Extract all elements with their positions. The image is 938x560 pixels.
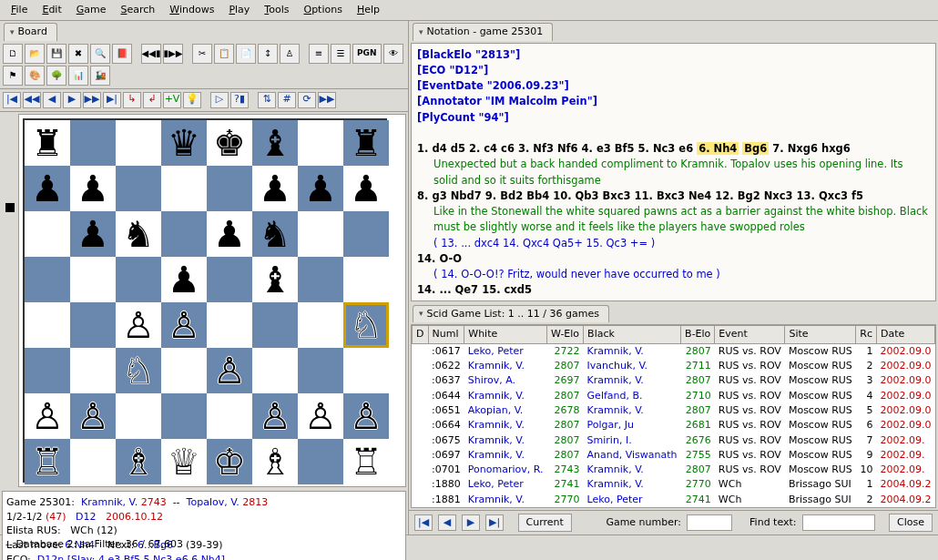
nav-end-icon[interactable]: ▶| — [103, 92, 121, 108]
square-c8[interactable] — [116, 120, 161, 166]
square-b1[interactable] — [70, 439, 116, 484]
table-row[interactable]: :0644Kramnik, V.2807Gelfand, B.2710RUS v… — [413, 389, 935, 403]
menu-edit[interactable]: Edit — [35, 2, 68, 18]
square-g7[interactable]: ♟ — [298, 166, 343, 211]
square-c7[interactable] — [116, 166, 161, 211]
help-icon[interactable]: ⚑ — [3, 66, 23, 86]
square-d1[interactable]: ♕ — [161, 439, 207, 484]
square-f8[interactable]: ♝ — [252, 120, 298, 166]
engine-icon[interactable]: 🚂 — [90, 66, 110, 86]
nav-varout-icon[interactable]: ↲ — [143, 92, 161, 108]
col-event[interactable]: Event — [715, 326, 785, 343]
square-b8[interactable] — [70, 120, 116, 166]
tab-gamelist[interactable]: Scid Game List: 1 .. 11 / 36 games — [413, 305, 609, 322]
table-row[interactable]: :0664Kramnik, V.2807Polgar, Ju2681RUS vs… — [413, 418, 935, 433]
col-b-elo[interactable]: B-Elo — [681, 326, 715, 343]
square-h1[interactable]: ♖ — [343, 439, 389, 484]
col-date[interactable]: Date — [877, 326, 935, 343]
nav-varin-icon[interactable]: ↳ — [123, 92, 141, 108]
book-icon[interactable]: 📕 — [112, 44, 132, 64]
hint-icon[interactable]: 💡 — [183, 92, 201, 108]
square-c4[interactable]: ♙ — [116, 302, 161, 348]
square-g1[interactable] — [298, 439, 343, 484]
square-h5[interactable] — [343, 257, 389, 302]
swap-icon[interactable]: ↕ — [258, 44, 278, 64]
autoplay-icon[interactable]: ▶▶ — [318, 92, 336, 108]
coords-icon[interactable]: # — [278, 92, 296, 108]
square-h7[interactable]: ♟ — [343, 166, 389, 211]
board-setup-icon[interactable]: ♙ — [280, 44, 300, 64]
square-e8[interactable]: ♚ — [207, 120, 252, 166]
square-h3[interactable] — [343, 348, 389, 393]
nav-ffwd-icon[interactable]: ▶▶ — [83, 92, 101, 108]
square-d4[interactable]: ♙ — [161, 302, 207, 348]
square-d7[interactable] — [161, 166, 207, 211]
square-h2[interactable]: ♙ — [343, 393, 389, 439]
square-c5[interactable] — [116, 257, 161, 302]
paste-icon[interactable]: 📄 — [236, 44, 256, 64]
square-a7[interactable]: ♟ — [25, 166, 70, 211]
menu-game[interactable]: Game — [69, 2, 114, 18]
tree-icon[interactable]: 🌳 — [46, 66, 66, 86]
tab-notation[interactable]: Notation - game 25301 — [413, 23, 553, 40]
col-numl[interactable]: Numl — [428, 326, 464, 343]
square-c2[interactable] — [116, 393, 161, 439]
gl-start-icon[interactable]: |◀ — [414, 514, 433, 531]
color-icon[interactable]: 🎨 — [25, 66, 45, 86]
square-a3[interactable] — [25, 348, 70, 393]
square-f1[interactable]: ♗ — [252, 439, 298, 484]
menu-windows[interactable]: Windows — [162, 2, 221, 18]
square-d8[interactable]: ♛ — [161, 120, 207, 166]
nav-rewind-icon[interactable]: ◀◀ — [23, 92, 41, 108]
square-f5[interactable]: ♝ — [252, 257, 298, 302]
menu-search[interactable]: Search — [114, 2, 163, 18]
square-d3[interactable] — [161, 348, 207, 393]
col-w-elo[interactable]: W-Elo — [546, 326, 583, 343]
eye-icon[interactable]: 👁 — [383, 44, 403, 64]
game-list[interactable]: DNumlWhiteW-EloBlackB-EloEventSiteRcDate… — [411, 324, 936, 508]
square-b6[interactable]: ♟ — [70, 211, 116, 257]
square-a1[interactable]: ♖ — [25, 439, 70, 484]
square-a4[interactable] — [25, 302, 70, 348]
vcr-start-icon[interactable]: ◀◀▮ — [141, 44, 161, 64]
square-g6[interactable] — [298, 211, 343, 257]
square-b2[interactable]: ♙ — [70, 393, 116, 439]
trial-icon[interactable]: ?▮ — [230, 92, 249, 108]
cut-icon[interactable]: ✂ — [192, 44, 212, 64]
table-row[interactable]: :0697Kramnik, V.2807Anand, Viswanath2755… — [413, 448, 935, 463]
gl-fwd-icon[interactable]: ▶ — [462, 514, 480, 531]
finder-icon[interactable]: 🔍 — [90, 44, 110, 64]
tab-board[interactable]: Board — [4, 23, 57, 40]
square-b5[interactable] — [70, 257, 116, 302]
col-d[interactable]: D — [413, 326, 428, 343]
notation-panel[interactable]: [BlackElo "2813"][ECO "D12"][EventDate "… — [411, 43, 936, 302]
list-icon[interactable]: ☰ — [331, 44, 351, 64]
table-row[interactable]: :1880Leko, Peter2741Kramnik, V.2770WChBr… — [413, 477, 935, 492]
square-f6[interactable]: ♞ — [252, 211, 298, 257]
stats-icon[interactable]: 📊 — [68, 66, 88, 86]
square-d2[interactable] — [161, 393, 207, 439]
square-g4[interactable] — [298, 302, 343, 348]
square-b3[interactable] — [70, 348, 116, 393]
square-b7[interactable]: ♟ — [70, 166, 116, 211]
square-a8[interactable]: ♜ — [25, 120, 70, 166]
col-black[interactable]: Black — [584, 326, 681, 343]
square-e3[interactable]: ♙ — [207, 348, 252, 393]
table-row[interactable]: :0622Kramnik, V.2807Ivanchuk, V.2711RUS … — [413, 359, 935, 373]
square-c3[interactable]: ♘ — [116, 348, 161, 393]
chessboard[interactable]: ♜♛♚♝♜♟♟♟♟♟♟♞♟♞♟♝♙♙♘♘♙♙♙♙♙♙♖♗♕♔♗♖ — [23, 118, 387, 483]
col-site[interactable]: Site — [785, 326, 856, 343]
nav-fwd-icon[interactable]: ▶ — [63, 92, 81, 108]
square-b4[interactable] — [70, 302, 116, 348]
square-g2[interactable]: ♙ — [298, 393, 343, 439]
square-h6[interactable] — [343, 211, 389, 257]
close-icon[interactable]: ✖ — [68, 44, 88, 64]
square-h8[interactable]: ♜ — [343, 120, 389, 166]
gamenum-input[interactable] — [687, 514, 732, 531]
copy-icon[interactable]: 📋 — [214, 44, 234, 64]
square-c6[interactable]: ♞ — [116, 211, 161, 257]
col-white[interactable]: White — [464, 326, 547, 343]
nav-start-icon[interactable]: |◀ — [3, 92, 21, 108]
square-h4[interactable]: ♘ — [343, 302, 389, 348]
square-g5[interactable] — [298, 257, 343, 302]
